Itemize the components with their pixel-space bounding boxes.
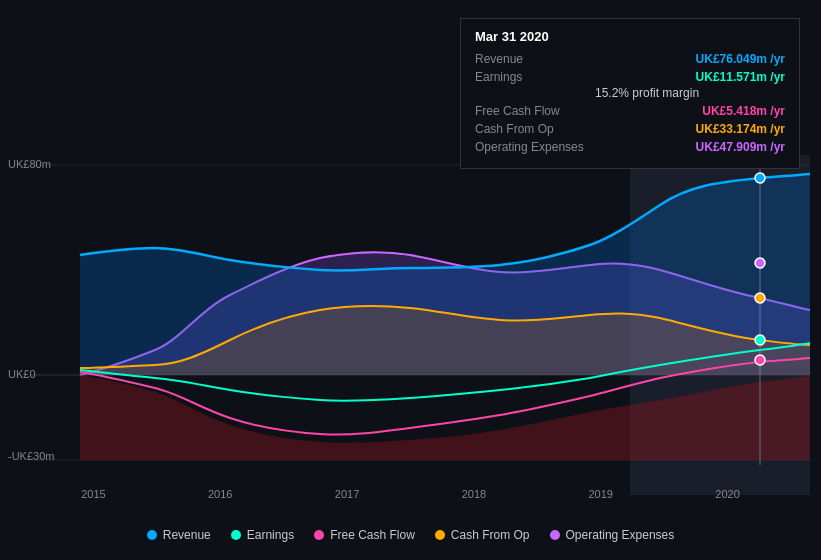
tooltip-fcf-label: Free Cash Flow xyxy=(475,104,595,118)
tooltip-box: Mar 31 2020 Revenue UK£76.049m /yr Earni… xyxy=(460,18,800,169)
svg-point-6 xyxy=(755,173,765,183)
tooltip-earnings-label: Earnings xyxy=(475,70,595,84)
legend-label-fcf: Free Cash Flow xyxy=(330,528,415,542)
tooltip-row-revenue: Revenue UK£76.049m /yr xyxy=(475,52,785,66)
legend-label-opex: Operating Expenses xyxy=(566,528,675,542)
legend-item-revenue[interactable]: Revenue xyxy=(147,528,211,542)
tooltip-earnings-sub: 15.2% profit margin xyxy=(475,86,785,100)
tooltip-opex-value: UK£47.909m /yr xyxy=(696,140,785,154)
tooltip-date: Mar 31 2020 xyxy=(475,29,785,44)
svg-point-8 xyxy=(755,293,765,303)
x-label-2015: 2015 xyxy=(81,488,105,500)
tooltip-opex-label: Operating Expenses xyxy=(475,140,595,154)
x-label-2017: 2017 xyxy=(335,488,359,500)
svg-point-9 xyxy=(755,335,765,345)
svg-point-10 xyxy=(755,355,765,365)
y-label-80: UK£80m xyxy=(8,158,51,170)
tooltip-cashop-label: Cash From Op xyxy=(475,122,595,136)
tooltip-row-opex: Operating Expenses UK£47.909m /yr xyxy=(475,140,785,154)
legend-dot-opex xyxy=(550,530,560,540)
legend: Revenue Earnings Free Cash Flow Cash Fro… xyxy=(0,528,821,542)
y-label-0: UK£0 xyxy=(8,368,36,380)
legend-dot-fcf xyxy=(314,530,324,540)
x-label-2019: 2019 xyxy=(588,488,612,500)
legend-item-cashop[interactable]: Cash From Op xyxy=(435,528,530,542)
legend-item-earnings[interactable]: Earnings xyxy=(231,528,294,542)
legend-label-earnings: Earnings xyxy=(247,528,294,542)
tooltip-fcf-value: UK£5.418m /yr xyxy=(702,104,785,118)
legend-dot-earnings xyxy=(231,530,241,540)
legend-item-opex[interactable]: Operating Expenses xyxy=(550,528,675,542)
tooltip-revenue-value: UK£76.049m /yr xyxy=(696,52,785,66)
legend-dot-cashop xyxy=(435,530,445,540)
tooltip-row-fcf: Free Cash Flow UK£5.418m /yr xyxy=(475,104,785,118)
x-label-2020: 2020 xyxy=(715,488,739,500)
x-label-2018: 2018 xyxy=(462,488,486,500)
x-label-2016: 2016 xyxy=(208,488,232,500)
tooltip-row-earnings: Earnings UK£11.571m /yr xyxy=(475,70,785,84)
legend-label-cashop: Cash From Op xyxy=(451,528,530,542)
svg-point-7 xyxy=(755,258,765,268)
legend-item-fcf[interactable]: Free Cash Flow xyxy=(314,528,415,542)
tooltip-cashop-value: UK£33.174m /yr xyxy=(696,122,785,136)
tooltip-row-cashop: Cash From Op UK£33.174m /yr xyxy=(475,122,785,136)
tooltip-earnings-value: UK£11.571m /yr xyxy=(696,70,785,84)
tooltip-revenue-label: Revenue xyxy=(475,52,595,66)
legend-label-revenue: Revenue xyxy=(163,528,211,542)
y-label-neg30: -UK£30m xyxy=(8,450,54,462)
chart-container: UK£80m UK£0 -UK£30m 2015 2016 2017 2018 … xyxy=(0,0,821,560)
legend-dot-revenue xyxy=(147,530,157,540)
x-axis-labels: 2015 2016 2017 2018 2019 2020 xyxy=(0,488,821,500)
